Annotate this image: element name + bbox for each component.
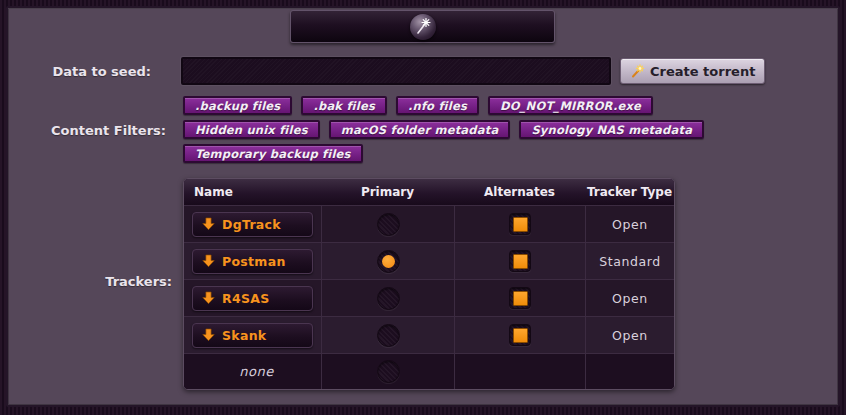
primary-radio[interactable]: [377, 250, 400, 273]
filter-chip[interactable]: Temporary backup files: [183, 144, 363, 163]
primary-radio[interactable]: [377, 287, 400, 310]
tracker-row: DgTrack Open: [184, 205, 674, 242]
tracker-type: Open: [612, 217, 648, 232]
tracker-row: R4SAS Open: [184, 279, 674, 316]
down-arrow-icon: [202, 254, 215, 268]
tracker-row: Postman Standard: [184, 242, 674, 279]
tracker-name-button[interactable]: Postman: [192, 249, 313, 274]
create-torrent-label: Create torrent: [650, 64, 755, 79]
tracker-type: Open: [612, 328, 648, 343]
none-option-label: none: [192, 364, 321, 379]
down-arrow-icon: [202, 328, 215, 342]
column-header-primary: Primary: [321, 179, 454, 205]
column-header-tracker-type: Tracker Type: [585, 179, 674, 205]
column-header-name: Name: [184, 179, 321, 205]
alternates-checkbox[interactable]: [509, 213, 531, 235]
tracker-name: Skank: [222, 328, 266, 343]
magic-wand-icon: [630, 64, 645, 79]
tracker-type: Standard: [599, 254, 661, 269]
data-to-seed-label: Data to seed:: [52, 64, 151, 79]
primary-radio-none[interactable]: [377, 360, 400, 383]
data-to-seed-input[interactable]: [181, 57, 611, 85]
tracker-name-button[interactable]: R4SAS: [192, 286, 313, 311]
wizard-top-button[interactable]: [290, 10, 555, 43]
filter-chip[interactable]: .bak files: [301, 96, 387, 115]
trackers-table-header: Name Primary Alternates Tracker Type: [184, 179, 674, 205]
filter-chip[interactable]: .nfo files: [396, 96, 479, 115]
trackers-table: Name Primary Alternates Tracker Type DgT…: [183, 178, 675, 390]
filter-chip[interactable]: Hidden unix files: [183, 120, 320, 139]
filter-chip[interactable]: Synology NAS metadata: [519, 120, 704, 139]
magic-wand-sphere-icon: [410, 14, 436, 40]
tracker-row: Skank Open: [184, 316, 674, 353]
filter-chip[interactable]: macOS folder metadata: [329, 120, 511, 139]
create-torrent-button[interactable]: Create torrent: [620, 58, 765, 84]
tracker-name-button[interactable]: Skank: [192, 323, 313, 348]
column-header-alternates: Alternates: [454, 179, 585, 205]
torrent-wizard-window: Data to seed: Create torrent Content Fil…: [0, 0, 846, 415]
primary-radio[interactable]: [377, 213, 400, 236]
trackers-label: Trackers:: [105, 274, 172, 289]
tracker-name: DgTrack: [222, 217, 281, 232]
filter-chip[interactable]: DO_NOT_MIRROR.exe: [488, 96, 653, 115]
tracker-name-button[interactable]: DgTrack: [192, 212, 313, 237]
down-arrow-icon: [202, 291, 215, 305]
alternates-checkbox[interactable]: [509, 324, 531, 346]
primary-radio[interactable]: [377, 324, 400, 347]
tracker-name: Postman: [222, 254, 286, 269]
content-filters-label: Content Filters:: [51, 123, 166, 138]
tracker-name: R4SAS: [222, 291, 270, 306]
filter-chip[interactable]: .backup files: [183, 96, 292, 115]
down-arrow-icon: [202, 217, 215, 231]
tracker-row-none: none: [184, 353, 674, 389]
alternates-checkbox[interactable]: [509, 287, 531, 309]
content-filter-chips: .backup files .bak files .nfo files DO_N…: [183, 96, 743, 163]
alternates-checkbox[interactable]: [509, 250, 531, 272]
tracker-type: Open: [612, 291, 648, 306]
